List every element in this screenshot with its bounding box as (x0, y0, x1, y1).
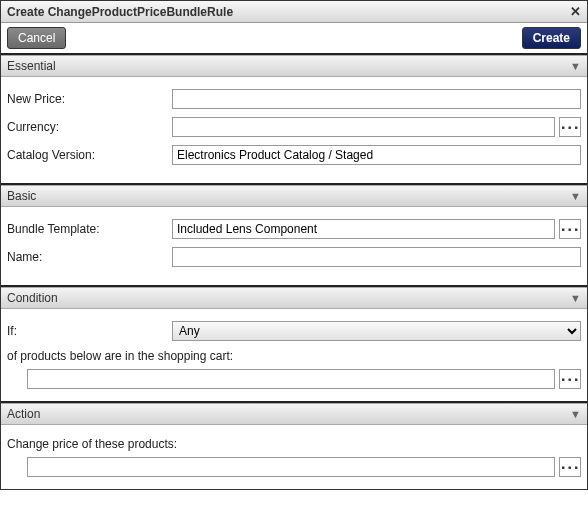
section-body-condition: If: Any of products below are in the sho… (1, 309, 587, 401)
bundle-template-browse-button[interactable]: ■ ■ ■ (559, 219, 581, 239)
condition-products-browse-button[interactable]: ■ ■ ■ (559, 369, 581, 389)
create-button[interactable]: Create (522, 27, 581, 49)
currency-browse-button[interactable]: ■ ■ ■ (559, 117, 581, 137)
row-currency: Currency: ■ ■ ■ (7, 117, 581, 137)
action-products-browse-button[interactable]: ■ ■ ■ (559, 457, 581, 477)
ellipsis-icon: ■ ■ ■ (562, 464, 579, 470)
row-action-products: ■ ■ ■ (27, 457, 581, 477)
section-body-basic: Bundle Template: ■ ■ ■ Name: (1, 207, 587, 285)
if-label: If: (7, 324, 172, 338)
close-icon[interactable]: ✕ (567, 3, 583, 19)
new-price-label: New Price: (7, 92, 172, 106)
section-label: Condition (7, 291, 58, 305)
ellipsis-icon: ■ ■ ■ (562, 124, 579, 130)
row-catalog-version: Catalog Version: (7, 145, 581, 165)
row-condition-products: ■ ■ ■ (27, 369, 581, 389)
row-new-price: New Price: (7, 89, 581, 109)
dialog: Create ChangeProductPriceBundleRule ✕ Ca… (0, 0, 588, 490)
bundle-template-label: Bundle Template: (7, 222, 172, 236)
chevron-down-icon: ▼ (570, 408, 581, 420)
new-price-input[interactable] (172, 89, 581, 109)
section-body-essential: New Price: Currency: ■ ■ ■ Catalog Versi… (1, 77, 587, 183)
ellipsis-icon: ■ ■ ■ (562, 376, 579, 382)
bundle-template-input[interactable] (172, 219, 555, 239)
chevron-down-icon: ▼ (570, 292, 581, 304)
name-label: Name: (7, 250, 172, 264)
row-name: Name: (7, 247, 581, 267)
catalog-version-input[interactable] (172, 145, 581, 165)
row-if: If: Any (7, 321, 581, 341)
section-label: Basic (7, 189, 36, 203)
section-header-basic[interactable]: Basic ▼ (1, 185, 587, 207)
chevron-down-icon: ▼ (570, 60, 581, 72)
if-select[interactable]: Any (172, 321, 581, 341)
section-header-condition[interactable]: Condition ▼ (1, 287, 587, 309)
row-bundle-template: Bundle Template: ■ ■ ■ (7, 219, 581, 239)
section-header-action[interactable]: Action ▼ (1, 403, 587, 425)
action-static-text: Change price of these products: (7, 437, 581, 451)
chevron-down-icon: ▼ (570, 190, 581, 202)
condition-static-text: of products below are in the shopping ca… (7, 349, 581, 363)
condition-products-input[interactable] (27, 369, 555, 389)
cancel-button[interactable]: Cancel (7, 27, 66, 49)
button-bar: Cancel Create (1, 23, 587, 55)
section-label: Action (7, 407, 40, 421)
currency-label: Currency: (7, 120, 172, 134)
section-label: Essential (7, 59, 56, 73)
section-body-action: Change price of these products: ■ ■ ■ (1, 425, 587, 489)
name-input[interactable] (172, 247, 581, 267)
section-header-essential[interactable]: Essential ▼ (1, 55, 587, 77)
action-products-input[interactable] (27, 457, 555, 477)
currency-input[interactable] (172, 117, 555, 137)
catalog-version-label: Catalog Version: (7, 148, 172, 162)
ellipsis-icon: ■ ■ ■ (562, 226, 579, 232)
dialog-title: Create ChangeProductPriceBundleRule (7, 5, 233, 19)
titlebar: Create ChangeProductPriceBundleRule ✕ (1, 1, 587, 23)
